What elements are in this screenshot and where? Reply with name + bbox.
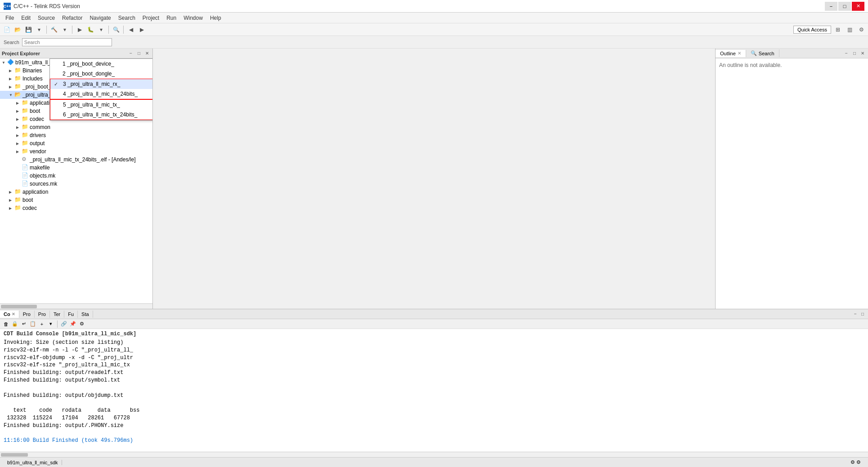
right-close-button[interactable]: ✕ [859,50,866,57]
bottom-maximize-button[interactable]: □ [859,311,866,318]
config-button[interactable]: ⚙ [856,25,866,35]
console-scrollbar-h[interactable] [0,452,868,457]
menu-refactor[interactable]: Refactor [58,14,86,22]
right-maximize-button[interactable]: □ [851,50,858,57]
console-scrollbar-thumb[interactable] [1,453,28,457]
link-button[interactable]: 🔗 [60,320,68,328]
outline-content: An outline is not available. [716,58,868,309]
tree-common[interactable]: ▶ 📁 common [0,123,152,131]
console-line-6: Finished building: output/symbol.txt [4,377,864,384]
functions-tab-label: Fu [68,311,74,317]
separator-4 [123,26,124,34]
dropdown-arrow[interactable]: ▾ [34,25,44,35]
dropdown-item-3[interactable]: ✓ 3 _proj_ultra_ll_mic_rx_ [50,79,152,89]
build-dropdown[interactable]: ▾ [60,25,70,35]
menu-navigate[interactable]: Navigate [86,14,114,22]
binaries-label: Binaries [22,67,42,74]
close-button[interactable]: ✕ [852,2,864,11]
dropdown-item-4[interactable]: 4 _proj_ultra_ll_mic_rx_24bits_ [50,89,152,99]
application-2-label: application [22,189,48,195]
menu-edit[interactable]: Edit [18,14,34,22]
settings-btn[interactable]: ⚙ [78,320,86,328]
open-button[interactable]: 📂 [13,25,22,35]
static-tab[interactable]: Sta [78,311,93,318]
bottom-tabs: Co ✕ Pro Pro Ter Fu Sta − □ [0,309,868,319]
copy-button[interactable]: 📋 [29,320,37,328]
bottom-minimize-button[interactable]: − [852,311,859,318]
new-console-button[interactable]: + [38,320,46,328]
collapse-button[interactable]: − [127,50,134,57]
dropdown-item-2[interactable]: 2 _proj_boot_dongle_ [50,69,152,79]
dropdown-red-group-1: ✓ 3 _proj_ultra_ll_mic_rx_ 4 _proj_ultra… [50,79,152,99]
scroll-lock-button[interactable]: 🔒 [11,320,19,328]
console-line-4: riscv32-elf-size "_proj_ultra_ll_mic_tx [4,361,864,369]
dropdown-item-6[interactable]: 6 _proj_ultra_ll_mic_tx_24bits_ [50,110,152,120]
run-dropdown[interactable]: ▾ [96,25,106,35]
project-dropdown[interactable]: 1 _proj_boot_device_ 2 _proj_boot_dongle… [49,58,152,120]
right-minimize-button[interactable]: − [843,50,850,57]
clear-console-button[interactable]: 🗑 [2,320,10,328]
back-button[interactable]: ◀ [126,25,136,35]
title-bar: C++ C/C++ - Telink RDS Version − □ ✕ [0,0,868,13]
console-tab-close[interactable]: ✕ [12,312,15,316]
new-button[interactable]: 📄 [2,25,12,35]
tree-boot-2[interactable]: ▶ 📁 boot [0,196,152,204]
menu-file[interactable]: File [2,14,18,22]
word-wrap-button[interactable]: ↵ [20,320,28,328]
minimize-button[interactable]: − [825,2,837,11]
build-button[interactable]: 🔨 [49,25,59,35]
menu-search[interactable]: Search [115,14,139,22]
menu-bar: File Edit Source Refactor Navigate Searc… [0,13,868,23]
perspective-button[interactable]: ⊞ [833,25,843,35]
search-toolbar-button[interactable]: 🔍 [111,25,121,35]
separator-3 [108,26,109,34]
panel-button[interactable]: ▥ [845,25,855,35]
panel-controls: − □ ✕ [127,50,151,57]
menu-help[interactable]: Help [206,14,225,22]
tree-vendor[interactable]: ▶ 📁 vendor [0,147,152,156]
outline-tab[interactable]: Outline ✕ [716,50,746,57]
dropdown-item-5[interactable]: 5 _proj_ultra_ll_mic_tx_ [50,100,152,110]
problems-tab[interactable]: Pro [19,311,35,318]
console-line-3: riscv32-elf-objdump -x -d -C "_proj_ultr [4,354,864,362]
title-bar-left: C++ C/C++ - Telink RDS Version [4,3,80,10]
separator-1 [46,26,47,34]
maximize-panel-button[interactable]: □ [135,50,143,57]
tree-output[interactable]: ▶ 📁 output [0,139,152,147]
left-panel: Project Explorer − □ ✕ ▼ 🔷 b91m_ultra_ll… [0,49,153,309]
separator-2 [72,26,72,34]
dropdown-label-1: 1 _proj_boot_device_ [63,61,114,67]
tree-area[interactable]: ▼ 🔷 b91m_ultra_ll_mic_sdk ▶ 📁 Binaries ▶… [0,58,152,303]
forward-button[interactable]: ▶ [137,25,147,35]
debug-button[interactable]: 🐛 [85,25,95,35]
save-button[interactable]: 💾 [23,25,33,35]
search-input[interactable] [22,38,112,46]
console-tab[interactable]: Co ✕ [0,311,19,318]
tree-makefile[interactable]: 📄 makefile [0,164,152,172]
properties-tab[interactable]: Pro [35,311,50,318]
tree-sources-mk[interactable]: 📄 sources.mk [0,180,152,188]
menu-project[interactable]: Project [139,14,163,22]
dropdown-item-1[interactable]: 1 _proj_boot_device_ [50,59,152,69]
tree-codec-2[interactable]: ▶ 📁 codec [0,204,152,212]
close-panel-button[interactable]: ✕ [143,50,151,57]
tree-objects-mk[interactable]: 📄 objects.mk [0,172,152,180]
terminal-tab[interactable]: Ter [50,311,64,318]
pin-button[interactable]: 📌 [69,320,77,328]
run-button[interactable]: ▶ [75,25,85,35]
menu-run[interactable]: Run [163,14,180,22]
tree-application-2[interactable]: ▶ 📁 application [0,188,152,196]
dropdown-console-button[interactable]: ▾ [47,320,55,328]
functions-tab[interactable]: Fu [64,311,78,318]
tree-drivers[interactable]: ▶ 📁 drivers [0,131,152,139]
right-panel-tabs: Outline ✕ 🔍 Search − □ ✕ [716,49,868,58]
maximize-button[interactable]: □ [838,2,851,11]
menu-source[interactable]: Source [34,14,58,22]
scrollbar-thumb[interactable] [1,305,37,308]
output-label: output [30,140,45,147]
horizontal-scrollbar[interactable] [0,303,152,309]
quick-access-button[interactable]: Quick Access [793,26,831,34]
search-tab[interactable]: 🔍 Search [746,49,779,57]
tree-elf[interactable]: ⚙ _proj_ultra_ll_mic_tx_24bits_.elf - [A… [0,156,152,164]
menu-window[interactable]: Window [180,14,206,22]
